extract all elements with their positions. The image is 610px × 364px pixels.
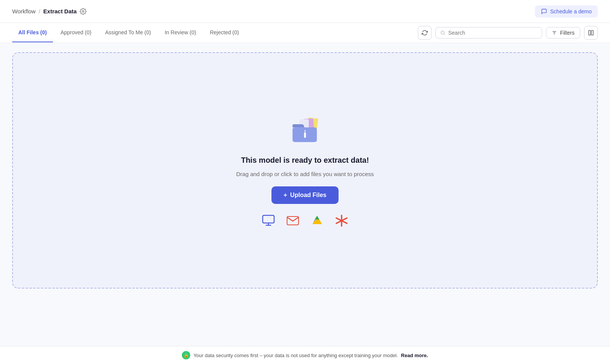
snowflake-integration-icon[interactable] (334, 213, 349, 228)
breadcrumb: Workflow / Extract Data (12, 8, 87, 15)
read-more-link[interactable]: Read more. (401, 353, 428, 358)
search-icon (440, 30, 445, 35)
ready-subtitle: Drag and drop or click to add files you … (236, 171, 374, 177)
breadcrumb-workflow[interactable]: Workflow (12, 8, 35, 14)
filters-button[interactable]: Filters (546, 27, 580, 38)
lock-badge: 🔒 (182, 351, 190, 359)
dropzone[interactable]: This model is ready to extract data! Dra… (12, 52, 598, 289)
upload-files-label: Upload Files (290, 192, 326, 199)
svg-rect-12 (304, 133, 306, 138)
tab-assigned-to-me[interactable]: Assigned To Me (0) (99, 23, 157, 42)
svg-line-2 (444, 34, 445, 34)
tab-actions: Filters (418, 23, 598, 43)
gmail-integration-icon[interactable] (285, 213, 300, 228)
tab-bar: All Files (0) Approved (0) Assigned To M… (0, 23, 610, 43)
tab-in-review[interactable]: In Review (0) (159, 23, 202, 42)
search-box[interactable] (435, 27, 542, 38)
breadcrumb-separator: / (39, 8, 40, 14)
chat-icon (541, 8, 547, 14)
ready-title: This model is ready to extract data! (241, 156, 369, 165)
main-content: This model is ready to extract data! Dra… (0, 43, 610, 298)
tab-rejected[interactable]: Rejected (0) (204, 23, 245, 42)
columns-icon (588, 30, 594, 36)
filters-icon (552, 30, 557, 35)
breadcrumb-current: Extract Data (43, 8, 77, 14)
refresh-icon (422, 30, 428, 36)
refresh-button[interactable] (418, 26, 432, 40)
integration-icons (261, 213, 349, 228)
tab-list: All Files (0) Approved (0) Assigned To M… (12, 23, 416, 42)
tab-all-files[interactable]: All Files (0) (12, 23, 53, 42)
svg-point-1 (441, 31, 444, 34)
schedule-demo-button[interactable]: Schedule a demo (535, 5, 598, 18)
columns-button[interactable] (584, 26, 598, 40)
schedule-demo-label: Schedule a demo (550, 8, 592, 14)
svg-rect-13 (263, 215, 274, 223)
security-text: Your data security comes first – your da… (193, 353, 398, 358)
settings-icon[interactable] (80, 8, 87, 15)
header: Workflow / Extract Data Schedule a demo (0, 0, 610, 23)
svg-rect-6 (589, 30, 591, 35)
search-input[interactable] (448, 30, 537, 36)
upload-plus-icon: + (284, 192, 287, 199)
folder-illustration (286, 112, 324, 147)
security-bar: 🔒 Your data security comes first – your … (0, 346, 610, 364)
computer-integration-icon[interactable] (261, 213, 276, 228)
svg-rect-7 (591, 30, 593, 35)
tab-approved[interactable]: Approved (0) (55, 23, 98, 42)
google-drive-integration-icon[interactable] (310, 213, 325, 228)
svg-point-0 (82, 10, 84, 12)
filters-label: Filters (560, 30, 575, 36)
upload-files-button[interactable]: + Upload Files (271, 186, 339, 204)
folder-upload-icon (286, 112, 324, 147)
